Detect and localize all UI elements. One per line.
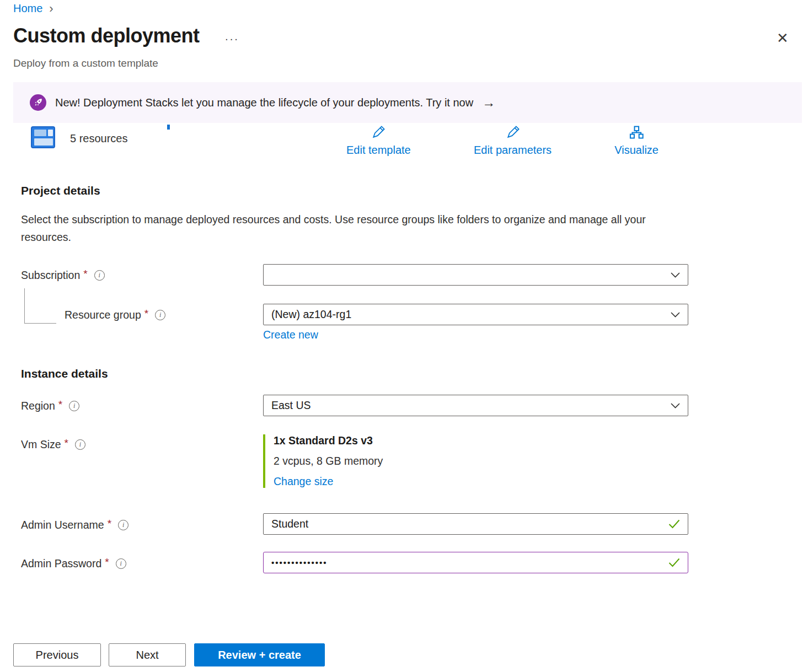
- page-title: Custom deployment: [13, 24, 200, 47]
- admin-username-input[interactable]: [271, 518, 668, 530]
- page-header: Custom deployment ···: [13, 24, 239, 47]
- template-actions: Edit template Edit parameters Visualize: [346, 125, 659, 157]
- admin-password-input[interactable]: [271, 558, 668, 567]
- valid-check-icon: [668, 558, 680, 567]
- info-icon[interactable]: i: [116, 558, 126, 569]
- instance-details-heading: Instance details: [21, 367, 108, 380]
- next-button[interactable]: Next: [109, 643, 186, 666]
- field-connector-line: [24, 288, 56, 324]
- edit-template-button[interactable]: Edit template: [346, 125, 411, 157]
- region-dropdown[interactable]: East US: [263, 395, 688, 416]
- review-create-button[interactable]: Review + create: [194, 643, 325, 666]
- pencil-icon: [371, 125, 386, 142]
- resource-group-value: (New) az104-rg1: [271, 308, 351, 321]
- action-label: Edit parameters: [474, 144, 552, 157]
- more-options-ellipsis[interactable]: ···: [225, 33, 239, 45]
- vm-size-label: Vm Size * i: [21, 438, 85, 451]
- label-text: Subscription: [21, 269, 80, 282]
- project-details-description: Select the subscription to manage deploy…: [21, 211, 661, 246]
- info-icon[interactable]: i: [155, 310, 165, 320]
- info-icon[interactable]: i: [69, 401, 79, 411]
- pencil-icon: [505, 125, 521, 142]
- action-label: Visualize: [614, 144, 659, 157]
- arrow-right-icon: →: [482, 96, 495, 109]
- resources-count-label: 5 resources: [70, 132, 128, 145]
- project-details-heading: Project details: [21, 184, 100, 197]
- info-icon[interactable]: i: [94, 270, 105, 281]
- label-text: Resource group: [65, 309, 141, 321]
- visualize-button[interactable]: Visualize: [614, 125, 659, 157]
- subscription-label: Subscription * i: [21, 269, 105, 282]
- admin-password-field-wrap: [263, 552, 688, 573]
- required-marker: *: [65, 437, 68, 449]
- chevron-down-icon: [671, 312, 680, 318]
- required-marker: *: [108, 518, 111, 530]
- chevron-down-icon: [671, 403, 680, 408]
- breadcrumb-chevron-icon: ›: [49, 3, 53, 15]
- vm-size-specs: 2 vcpus, 8 GB memory: [274, 455, 383, 467]
- banner-message: New! Deployment Stacks let you manage th…: [55, 96, 473, 109]
- create-new-link[interactable]: Create new: [263, 329, 318, 341]
- previous-button[interactable]: Previous: [13, 643, 101, 666]
- deployment-stacks-banner[interactable]: New! Deployment Stacks let you manage th…: [13, 82, 802, 123]
- close-icon[interactable]: ✕: [777, 31, 789, 45]
- label-text: Admin Password: [21, 557, 101, 570]
- stray-caret-artifact: [167, 125, 170, 130]
- region-value: East US: [271, 399, 311, 412]
- required-marker: *: [144, 308, 148, 320]
- resource-group-label: Resource group * i: [65, 309, 165, 321]
- resource-group-dropdown[interactable]: (New) az104-rg1: [263, 304, 688, 325]
- label-text: Admin Username: [21, 519, 104, 531]
- label-text: Region: [21, 400, 55, 412]
- breadcrumb: Home ›: [13, 2, 53, 15]
- valid-check-icon: [668, 519, 680, 529]
- change-size-link[interactable]: Change size: [274, 475, 333, 488]
- action-label: Edit template: [346, 144, 411, 157]
- org-chart-icon: [629, 125, 644, 142]
- required-marker: *: [105, 556, 109, 568]
- admin-username-field-wrap: [263, 513, 688, 535]
- chevron-down-icon: [671, 272, 680, 278]
- admin-password-label: Admin Password * i: [21, 557, 126, 570]
- admin-username-label: Admin Username * i: [21, 519, 129, 531]
- required-marker: *: [58, 399, 62, 411]
- vm-size-summary: 1x Standard D2s v3 2 vcpus, 8 GB memory …: [263, 434, 383, 488]
- required-marker: *: [83, 268, 87, 280]
- label-text: Vm Size: [21, 438, 61, 451]
- page-subtitle: Deploy from a custom template: [13, 57, 158, 69]
- rocket-icon: [30, 94, 46, 111]
- info-icon[interactable]: i: [75, 439, 85, 450]
- template-resources-icon: [31, 126, 55, 148]
- edit-parameters-button[interactable]: Edit parameters: [474, 125, 552, 157]
- info-icon[interactable]: i: [118, 520, 129, 530]
- subscription-dropdown[interactable]: [263, 264, 688, 286]
- region-label: Region * i: [21, 400, 79, 412]
- breadcrumb-home-link[interactable]: Home: [13, 2, 42, 15]
- vm-size-selection: 1x Standard D2s v3: [274, 434, 383, 447]
